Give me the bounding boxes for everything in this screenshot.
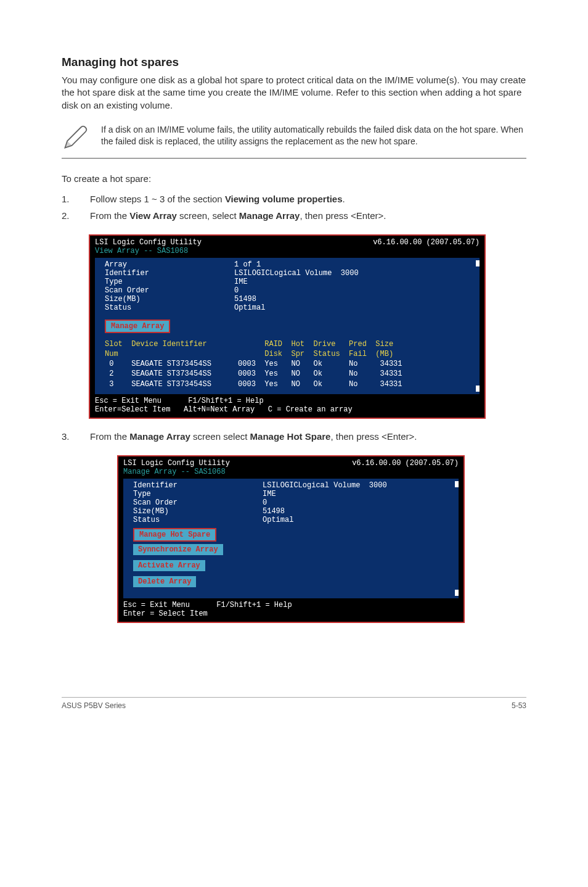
scrollbar-icon [476,260,480,392]
bios-footer-line: Esc = Exit Menu F1/Shift+1 = Help [95,397,480,405]
prop-value: LSILOGICLogical Volume 3000 [263,481,449,490]
step-text: From the [90,210,129,221]
intro-paragraph: You may configure one disk as a global h… [62,74,526,112]
step-text: screen select [190,431,250,442]
step-text: Follow steps 1 ~ 3 of the section [90,194,225,204]
prop-label: Size(MB) [133,507,263,516]
step-1: 1. Follow steps 1 ~ 3 of the section Vie… [62,192,526,205]
footer-right: 5-53 [512,701,526,710]
prop-label: Array [105,260,234,269]
step-bold: Viewing volume properties [225,194,343,204]
step-3: 3. From the Manage Array screen select M… [62,430,526,443]
bios-title: LSI Logic Config Utility [95,238,202,247]
step-2: 2. From the View Array screen, select Ma… [62,209,526,222]
prop-value: 51498 [263,507,449,516]
bios-version: v6.16.00.00 (2007.05.07) [373,238,480,247]
prop-value: IME [234,278,470,286]
scrollbar-icon [455,481,459,596]
page-footer: ASUS P5BV Series 5-53 [62,697,526,710]
prop-value: LSILOGICLogical Volume 3000 [234,269,470,278]
device-table: Slot Device Identifier RAID Hot Drive Pr… [105,339,470,389]
bios-screen-view-array: LSI Logic Config Utility v6.16.00.00 (20… [89,234,486,419]
prop-value: Optimal [263,516,449,524]
lead-text: To create a hot spare: [62,173,526,184]
prop-label: Status [133,516,263,524]
prop-label: Status [105,303,234,312]
prop-label: Identifier [133,481,263,490]
step-text: screen, select [177,210,239,221]
synchronize-array-button[interactable]: Synnchronize Array [133,544,223,555]
prop-value: 0 [263,498,449,507]
bios-title: LSI Logic Config Utility [123,459,230,468]
manage-hot-spare-button[interactable]: Manage Hot Spare [133,528,216,542]
prop-label: Identifier [105,269,234,278]
prop-value: IME [263,490,449,498]
bios-footer-line: Enter = Select Item [123,609,459,618]
manage-array-button[interactable]: Manage Array [105,320,170,333]
prop-label: Type [105,278,234,286]
step-number: 1. [62,192,73,205]
step-number: 3. [62,430,73,443]
prop-label: Size(MB) [105,295,234,303]
step-number: 2. [62,209,73,222]
footer-left: ASUS P5BV Series [62,701,126,710]
step-text: , then press <Enter>. [330,431,417,442]
step-bold: View Array [129,210,177,221]
prop-label: Type [133,490,263,498]
bios-footer-line: Esc = Exit Menu F1/Shift+1 = Help [123,601,459,609]
pencil-icon [62,124,89,153]
note-text: If a disk on an IM/IME volume fails, the… [101,124,526,147]
activate-array-button[interactable]: Activate Array [133,560,205,571]
bios-version: v6.16.00.00 (2007.05.07) [352,459,459,468]
section-heading: Managing hot spares [62,56,526,69]
prop-value: 0 [234,286,470,295]
prop-value: 1 of 1 [234,260,470,269]
step-bold: Manage Array [129,431,190,442]
step-text: . [342,194,345,204]
prop-label: Scan Order [133,498,263,507]
note-block: If a disk on an IM/IME volume fails, the… [62,120,526,159]
step-bold: Manage Hot Spare [250,431,331,442]
step-text: From the [90,431,129,442]
prop-value: Optimal [234,303,470,312]
step-bold: Manage Array [239,210,300,221]
prop-label: Scan Order [105,286,234,295]
bios-screen-manage-array: LSI Logic Config Utility v6.16.00.00 (20… [117,455,465,623]
step-text: , then press <Enter>. [300,210,386,221]
bios-footer-line: Enter=Select Item Alt+N=Next Array C = C… [95,405,480,414]
delete-array-button[interactable]: Delete Array [133,576,196,587]
bios-subtitle: View Array -- SAS1068 [90,247,484,258]
prop-value: 51498 [234,295,470,303]
bios-subtitle: Manage Array -- SAS1068 [118,468,463,479]
